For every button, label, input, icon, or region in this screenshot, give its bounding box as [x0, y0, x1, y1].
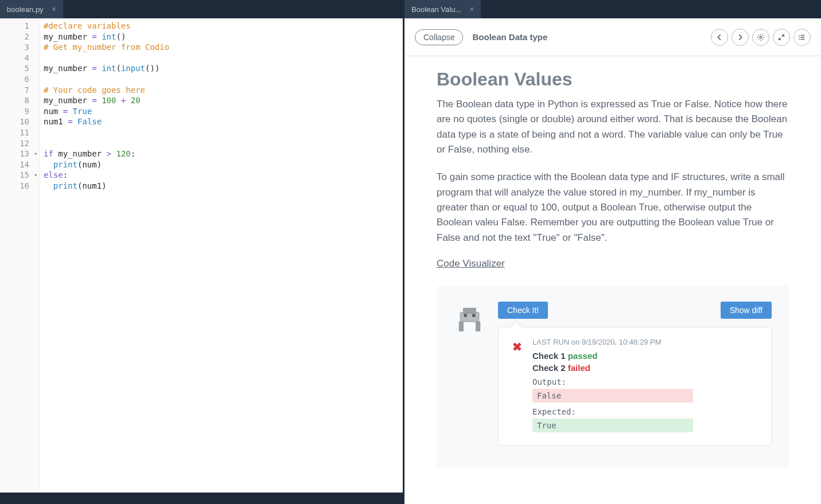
expected-label: Expected: [532, 407, 757, 416]
list-icon [798, 33, 806, 41]
check-label: Check 2 [532, 363, 568, 373]
line-number: 11 [0, 127, 40, 138]
editor-tab-bar: boolean.py × [0, 0, 403, 18]
chevron-left-icon [715, 33, 723, 41]
page-title: Boolean Values [437, 69, 789, 90]
svg-point-3 [799, 38, 800, 40]
guide-toolbar: Collapse Boolean Data type [404, 18, 821, 56]
code-line[interactable]: # Get my_number from Codio [44, 42, 403, 53]
collapse-button[interactable]: Collapse [415, 29, 463, 45]
settings-button[interactable] [752, 29, 769, 46]
svg-point-2 [799, 37, 800, 38]
output-value: False [532, 389, 693, 403]
line-number: 14 [0, 159, 40, 170]
code-line[interactable]: my_number = 100 + 20 [44, 95, 403, 106]
code-line[interactable]: else: [44, 170, 403, 181]
line-number: 5 [0, 63, 40, 74]
show-diff-button[interactable]: Show diff [721, 302, 772, 319]
guide-breadcrumb: Boolean Data type [472, 32, 547, 42]
result-card: Check It! Show diff ✖ LAST RUN on 9/19/2… [437, 286, 789, 467]
next-page-button[interactable] [731, 29, 749, 46]
line-number: 4 [0, 53, 40, 64]
paragraph: To gain some practice with the Boolean d… [437, 170, 789, 245]
tab-label: Boolean Valu... [411, 5, 461, 14]
code-line[interactable]: num1 = False [44, 116, 403, 127]
svg-rect-7 [476, 322, 480, 331]
expand-button[interactable] [773, 29, 790, 46]
code-area[interactable]: #declare variablesmy_number = int()# Get… [40, 18, 403, 493]
code-line[interactable] [44, 127, 403, 138]
guide-content: Boolean Values The Boolean data type in … [404, 56, 821, 504]
editor-panel: boolean.py × 12345678910111213▾1415▾16 #… [0, 0, 404, 504]
code-line[interactable]: print(num1) [44, 181, 403, 192]
code-line[interactable] [44, 74, 403, 85]
line-number: 16 [0, 181, 40, 192]
check-it-button[interactable]: Check It! [498, 302, 548, 319]
guide-tab[interactable]: Boolean Valu... × [404, 0, 481, 18]
line-gutter: 12345678910111213▾1415▾16 [0, 18, 40, 493]
code-line[interactable]: # Your code goes here [44, 85, 403, 96]
check-1-line: Check 1 passed [532, 351, 757, 361]
robot-icon [454, 304, 485, 335]
result-body: Check It! Show diff ✖ LAST RUN on 9/19/2… [498, 302, 772, 446]
code-line[interactable]: print(num) [44, 159, 403, 170]
editor-footer [0, 493, 403, 504]
tab-label: boolean.py [7, 5, 44, 14]
result-details-box: ✖ LAST RUN on 9/19/2020, 10:48:29 PM Che… [498, 327, 772, 446]
output-label: Output: [532, 377, 757, 386]
status-passed: passed [568, 351, 598, 361]
svg-point-8 [464, 314, 467, 318]
expand-icon [777, 33, 785, 41]
line-number: 10 [0, 116, 40, 127]
check-2-line: Check 2 failed [532, 363, 757, 373]
svg-point-0 [760, 36, 762, 38]
svg-rect-6 [459, 322, 463, 331]
status-failed: failed [568, 363, 590, 373]
grader-icon [454, 304, 485, 335]
line-number: 3 [0, 42, 40, 53]
guide-panel: Boolean Valu... × Collapse Boolean Data … [404, 0, 821, 504]
result-buttons: Check It! Show diff [498, 302, 772, 319]
check-label: Check 1 [532, 351, 568, 361]
line-number: 8 [0, 95, 40, 106]
code-visualizer-link[interactable]: Code Visualizer [437, 258, 505, 269]
result-details: LAST RUN on 9/19/2020, 10:48:29 PM Check… [532, 338, 757, 432]
close-icon[interactable]: × [469, 5, 474, 14]
code-line[interactable]: #declare variables [44, 21, 403, 32]
svg-rect-4 [460, 312, 479, 322]
gear-icon [757, 33, 765, 41]
last-run-text: LAST RUN on 9/19/2020, 10:48:29 PM [532, 338, 757, 346]
line-number: 15▾ [0, 170, 40, 181]
code-line[interactable]: if my_number > 120: [44, 149, 403, 159]
editor-tab[interactable]: boolean.py × [0, 0, 63, 18]
fold-marker-icon[interactable]: ▾ [34, 149, 37, 159]
guide-toolbar-right [711, 29, 811, 46]
code-line[interactable] [44, 138, 403, 149]
line-number: 1 [0, 21, 40, 32]
prev-page-button[interactable] [711, 29, 728, 46]
svg-point-1 [799, 34, 800, 36]
code-line[interactable]: my_number = int() [44, 32, 403, 42]
line-number: 6 [0, 74, 40, 85]
svg-point-9 [472, 314, 476, 318]
guide-tab-bar: Boolean Valu... × [404, 0, 821, 18]
line-number: 9 [0, 106, 40, 117]
code-line[interactable]: num = True [44, 106, 403, 117]
chevron-right-icon [736, 33, 744, 41]
paragraph: The Boolean data type in Python is expre… [437, 97, 789, 157]
line-number: 13▾ [0, 149, 40, 159]
line-number: 12 [0, 138, 40, 149]
fail-x-icon: ✖ [512, 340, 522, 432]
fold-marker-icon[interactable]: ▾ [34, 170, 37, 181]
line-number: 7 [0, 85, 40, 96]
toc-button[interactable] [793, 29, 811, 46]
expected-value: True [532, 419, 693, 432]
line-number: 2 [0, 32, 40, 42]
svg-rect-5 [464, 308, 476, 313]
close-icon[interactable]: × [52, 5, 56, 14]
code-line[interactable]: my_number = int(input()) [44, 63, 403, 74]
code-editor[interactable]: 12345678910111213▾1415▾16 #declare varia… [0, 18, 403, 493]
code-line[interactable] [44, 53, 403, 64]
